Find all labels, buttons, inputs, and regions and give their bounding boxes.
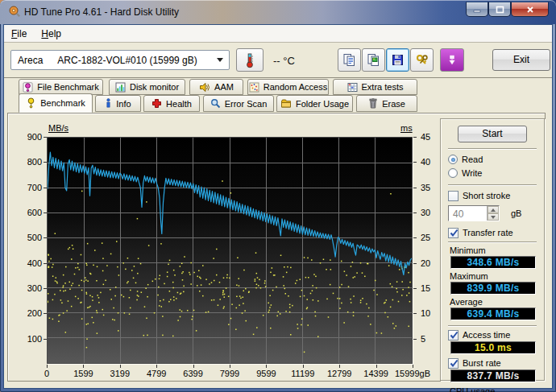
drive-select-dropdown[interactable]: Areca ARC-1882-VOL#010 (15999 gB)	[10, 50, 230, 70]
tab-folder-usage[interactable]: Folder Usage	[276, 95, 353, 112]
write-radio[interactable]	[448, 168, 458, 178]
random-access-icon	[249, 82, 259, 93]
tab-file-benchmark[interactable]: File Benchmark	[19, 79, 103, 95]
maximize-button[interactable]	[488, 2, 511, 17]
read-radio[interactable]	[448, 155, 458, 164]
axis-label	[266, 365, 267, 368]
axis-label	[193, 365, 194, 368]
minimize-icon	[473, 6, 481, 13]
axis-label: 500	[15, 233, 42, 242]
burst-rate-value: 837.7 MB/s	[450, 369, 536, 382]
axis-label	[44, 288, 47, 289]
tab-disk-monitor[interactable]: Disk monitor	[109, 79, 185, 95]
short-stroke-row[interactable]: Short stroke	[448, 190, 537, 201]
tab-erase[interactable]: Erase	[356, 95, 417, 112]
read-radio-row[interactable]: Read	[448, 154, 537, 165]
axis-label	[413, 137, 417, 138]
axis-label: 5	[421, 334, 440, 344]
short-stroke-checkbox[interactable]	[448, 191, 458, 201]
axis-label	[83, 365, 84, 368]
axis-label: 100	[15, 334, 42, 344]
axis-label: 400	[15, 258, 42, 268]
tab-info[interactable]: Info	[95, 95, 141, 112]
axis-label: 600	[15, 208, 42, 217]
check-icon	[449, 228, 459, 238]
minimum-label: Minimum	[450, 246, 537, 255]
spin-down-button[interactable]	[488, 213, 499, 221]
axis-label: 40	[421, 157, 440, 167]
save-icon	[391, 53, 405, 67]
update-button[interactable]	[440, 48, 464, 72]
y-right-unit: ms	[400, 123, 413, 133]
axis-label	[413, 365, 413, 368]
access-time-label: Access time	[463, 330, 510, 340]
tab-health[interactable]: Health	[143, 95, 200, 112]
thermometer-icon	[243, 52, 257, 68]
tab-strip: File Benchmark Disk monitor AAM	[4, 78, 552, 113]
health-cross-icon	[151, 98, 162, 109]
spin-down-icon	[491, 216, 496, 219]
menu-file[interactable]: File	[4, 26, 34, 42]
tab-benchmark[interactable]: Benchmark	[19, 93, 93, 113]
folder-icon	[280, 98, 292, 109]
copy-text-button[interactable]	[338, 48, 361, 72]
start-button[interactable]: Start	[458, 126, 527, 142]
axis-label	[44, 162, 47, 163]
temperature-button[interactable]	[236, 48, 263, 72]
axis-label: 45	[421, 132, 440, 142]
transfer-rate-checkbox[interactable]	[448, 228, 458, 238]
tab-label: Folder Usage	[296, 99, 349, 109]
extra-tests-icon	[347, 82, 358, 93]
tab-label: Extra tests	[362, 82, 404, 92]
menu-bar: File Help	[4, 25, 552, 43]
title-bar[interactable]: HD Tune Pro 4.61 - Hard Disk Utility	[0, 0, 556, 24]
maximize-icon	[496, 6, 504, 14]
axis-label: 800	[15, 157, 42, 167]
transfer-rate-label: Transfer rate	[463, 228, 513, 237]
exit-button[interactable]: Exit	[492, 49, 550, 71]
axis-label	[44, 313, 47, 314]
tab-aam[interactable]: AAM	[189, 79, 243, 95]
separator	[448, 325, 537, 327]
burst-rate-checkbox[interactable]	[448, 358, 458, 369]
spin-up-icon	[491, 208, 496, 212]
axis-label	[303, 365, 304, 368]
axis-label: 10	[421, 308, 440, 318]
access-time-row[interactable]: Access time	[448, 329, 537, 340]
transfer-rate-row[interactable]: Transfer rate	[448, 227, 537, 238]
spin-up-button[interactable]	[488, 206, 499, 213]
minimize-button[interactable]	[466, 2, 488, 17]
separator	[448, 241, 537, 243]
write-label: Write	[462, 168, 482, 178]
write-radio-row[interactable]: Write	[448, 167, 537, 179]
axis-label	[156, 365, 157, 368]
options-button[interactable]	[410, 48, 434, 72]
axis-label	[44, 237, 47, 238]
tab-random-access[interactable]: Random Access	[247, 79, 329, 95]
axis-label	[376, 365, 377, 368]
tab-error-scan[interactable]: Error Scan	[203, 95, 274, 112]
tab-label: Info	[116, 99, 131, 109]
burst-rate-row[interactable]: Burst rate	[448, 357, 537, 369]
minimum-value: 348.6 MB/s	[450, 256, 536, 269]
axis-label: 35	[421, 183, 440, 192]
axis-label	[413, 263, 417, 264]
close-button[interactable]	[511, 2, 549, 17]
tab-extra-tests[interactable]: Extra tests	[333, 79, 417, 95]
tab-label: Health	[166, 99, 192, 109]
axis-label	[339, 365, 340, 368]
burst-rate-label: Burst rate	[463, 358, 501, 368]
access-time-checkbox[interactable]	[448, 330, 458, 340]
info-icon	[105, 98, 112, 109]
short-stroke-size-input[interactable]: 40	[448, 205, 500, 221]
save-button[interactable]	[386, 48, 409, 72]
y-left-unit: MB/s	[48, 123, 68, 133]
hd-tune-app-icon	[8, 5, 21, 18]
copy-image-button[interactable]	[362, 48, 385, 72]
axis-label: 700	[15, 183, 42, 192]
menu-help[interactable]: Help	[34, 26, 68, 42]
tab-label: Random Access	[263, 82, 327, 92]
tab-label: Disk monitor	[130, 82, 179, 92]
average-value: 639.4 MB/s	[450, 307, 536, 320]
axis-label	[44, 263, 47, 264]
